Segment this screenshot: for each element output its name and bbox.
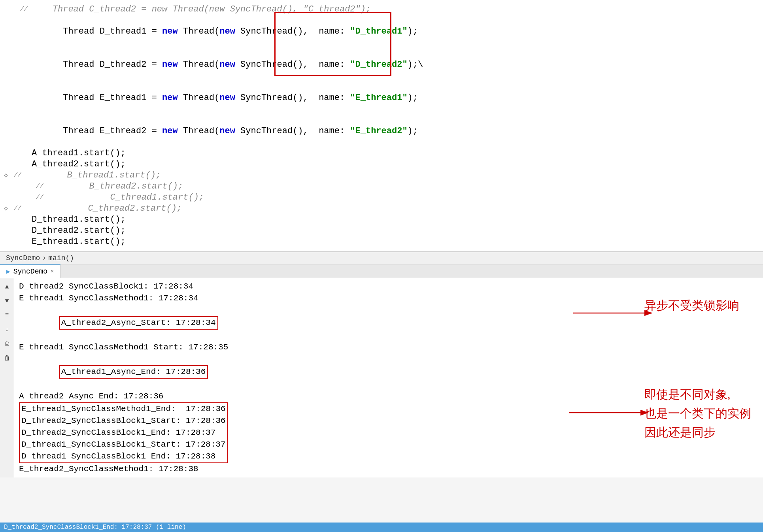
line-num-1: // [16,4,32,15]
line-num-9: // [32,181,47,192]
output-line-3: A_thread2_Async_Start: 17:28:34 [19,304,758,341]
code-content-11: C_thread2.start(); [25,203,763,214]
down-button[interactable]: ▼ [2,296,13,307]
gutter-icon-8: ◇ [4,170,9,181]
code-content-7: A_thread2.start(); [32,159,763,170]
code-content-6: A_thread1.start(); [32,148,763,159]
code-line-11: ◇ // C_thread2.start(); [0,203,763,214]
up-button[interactable]: ▲ [2,281,13,292]
tab-syncdemo[interactable]: ▶ SyncDemo × [0,264,60,278]
code-content-10: C_thread1.start(); [47,192,763,203]
code-line-3: Thread D_thread2 = new Thread(new SyncTh… [0,48,763,81]
code-content-14: E_thread1.start(); [32,236,763,247]
code-editor: // Thread C_thread2 = new Thread(new Syn… [0,0,763,252]
code-line-2: Thread D_thread1 = new Thread(new SyncTh… [0,15,763,48]
output-line-11: D_thread1_SyncClassBlock1_End: 17:28:38 [21,451,226,462]
code-line-5: Thread E_thread2 = new Thread(new SyncTh… [0,115,763,148]
tab-close-button[interactable]: × [51,268,54,275]
code-content-5: Thread E_thread2 = new Thread(new SyncTh… [32,115,763,148]
code-content-2: Thread D_thread1 = new Thread(new SyncTh… [32,15,763,48]
tab-bar: ▶ SyncDemo × [0,264,763,278]
code-line-4: Thread E_thread1 = new Thread(new SyncTh… [0,81,763,115]
code-line-12: D_thread1.start(); [0,214,763,225]
code-line-13: D_thread2.start(); [0,225,763,236]
download-button[interactable]: ↓ [2,324,13,335]
code-line-6: A_thread1.start(); [0,148,763,159]
code-line-7: A_thread2.start(); [0,159,763,170]
tab-label: SyncDemo [13,268,47,275]
code-content-12: D_thread1.start(); [32,214,763,225]
breadcrumb-bar: SyncDemo › main() [0,252,763,264]
breadcrumb-syncdemo[interactable]: SyncDemo [6,254,40,262]
code-content-8: B_thread1.start(); [25,170,763,181]
highlight-async-start: A_thread2_Async_Start: 17:28:34 [59,316,218,330]
breadcrumb-separator: › [42,254,46,262]
code-line-9: // B_thread2.start(); [0,181,763,192]
output-line-6: A_thread2_Async_End: 17:28:36 [19,391,758,402]
output-line-12: E_thread2_SyncClassMethod1: 17:28:38 [19,463,758,475]
print-button[interactable]: ⎙ [2,338,13,349]
output-panel: ▶ SyncDemo × ▲ ▼ ≡ ↓ ⎙ 🗑 D_thread2_SyncC… [0,264,763,477]
status-text: D_thread2_SyncClassBlock1_End: 17:28:37 … [4,524,186,531]
line-num-11: // [9,203,25,214]
output-line-2: E_thread1_SyncClassMethod1: 17:28:34 [19,292,758,304]
output-content: D_thread2_SyncClassBlock1: 17:28:34 E_th… [14,278,763,477]
code-content-13: D_thread2.start(); [32,225,763,236]
gutter-icon-11: ◇ [4,203,9,214]
line-num-10: // [32,192,47,203]
output-line-9: D_thread2_SyncClassBlock1_End: 17:28:37 [21,427,226,439]
output-line-8: D_thread2_SyncClassBlock1_Start: 17:28:3… [21,415,226,427]
status-bar: D_thread2_SyncClassBlock1_End: 17:28:37 … [0,523,763,532]
code-content-3: Thread D_thread2 = new Thread(new SyncTh… [32,48,763,81]
breadcrumb-method: main() [48,254,74,262]
code-line-10: // C_thread1.start(); [0,192,763,203]
output-line-1: D_thread2_SyncClassBlock1: 17:28:34 [19,281,758,292]
output-container: ▲ ▼ ≡ ↓ ⎙ 🗑 D_thread2_SyncClassBlock1: 1… [0,278,763,477]
wrap-button[interactable]: ≡ [2,310,13,321]
output-line-10: D_thread1_SyncClassBlock1_Start: 17:28:3… [21,439,226,451]
highlight-sync-group: E_thread1_SyncClassMethod1_End: 17:28:36… [19,402,228,463]
code-content-4: Thread E_thread1 = new Thread(new SyncTh… [32,81,763,115]
code-line-1: // Thread C_thread2 = new Thread(new Syn… [0,4,763,15]
delete-button[interactable]: 🗑 [2,353,13,364]
code-content-1: Thread C_thread2 = new Thread(new SyncTh… [32,4,763,15]
output-line-4: E_thread1_SyncClassMethod1_Start: 17:28:… [19,341,758,353]
code-content-9: B_thread2.start(); [47,181,763,192]
highlight-async-end: A_thread1_Async_End: 17:28:36 [59,365,208,379]
code-line-14: E_thread1.start(); [0,236,763,247]
tab-icon: ▶ [6,268,10,275]
line-num-8: // [9,170,25,181]
output-line-5: A_thread1_Async_End: 17:28:36 [19,353,758,391]
output-line-7: E_thread1_SyncClassMethod1_End: 17:28:36 [21,403,226,415]
left-sidebar: ▲ ▼ ≡ ↓ ⎙ 🗑 [0,278,14,477]
code-line-8: ◇ // B_thread1.start(); [0,170,763,181]
